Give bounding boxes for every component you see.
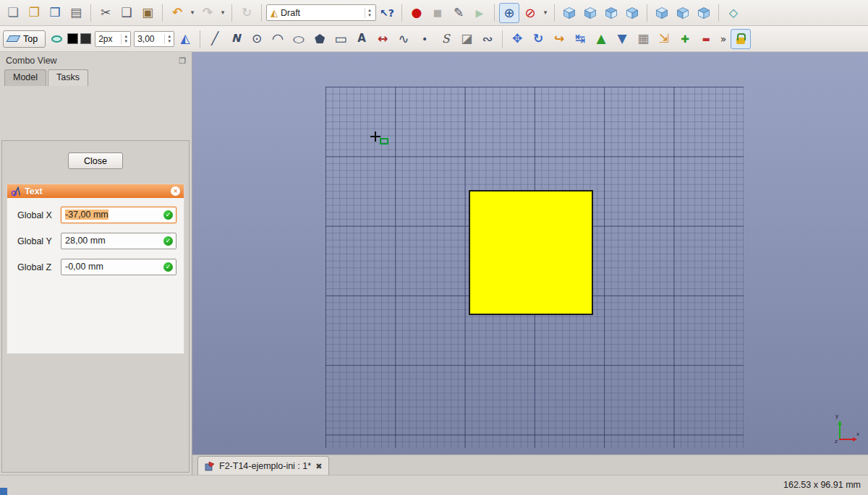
tab-model[interactable]: Model [4,69,46,86]
face-color-swatch[interactable] [80,33,91,44]
working-plane-button[interactable]: Top [3,30,46,48]
global-y-input[interactable]: 28,00 mm ✓ [61,233,176,249]
undo-dropdown-button[interactable]: ▾ [188,3,197,23]
toolbar-separator [200,30,200,48]
whats-this-button[interactable]: ↖? [377,3,397,23]
copy-button[interactable]: ❑ [116,3,137,23]
snap-lock-icon [736,38,745,44]
shapestring-icon: S [442,33,450,45]
stop-icon: ■ [433,8,442,17]
macro-edit-button[interactable]: ✎ [448,3,469,23]
draft-upgrade-button[interactable]: ▲ [591,29,611,49]
tasks-panel: Close Text ✕ Global X -37,00 mm ✓ [1,140,190,473]
draft-rotate-button[interactable]: ↻ [528,29,548,49]
view-axonometric-button[interactable] [559,3,579,23]
resize-corner [0,488,7,495]
crosshair-cursor [370,132,380,142]
draft-del-point-button[interactable]: ▬ [696,29,716,49]
play-icon: ▶ [476,8,484,18]
macro-play-button[interactable]: ▶ [469,3,490,23]
draft-arc-button[interactable]: ◠ [268,29,288,49]
construction-mode-button[interactable]: ◭ [175,29,195,49]
draft-wire-button[interactable]: N [226,29,246,49]
view-right-button[interactable] [622,3,642,23]
draft-shapestring-button[interactable]: S [435,29,456,49]
view-rear-button[interactable] [652,3,672,23]
close-tab-icon[interactable]: ✖ [315,462,322,470]
draft-line-button[interactable]: ╱ [205,29,225,49]
open-folder-icon: ❐ [28,7,39,19]
polygon-icon [315,34,325,43]
line-width-spinbox[interactable]: 2px ▴▾ [95,31,131,47]
rectangle-shape[interactable] [469,190,593,315]
status-bar: 162.53 x 96.91 mm [0,475,868,495]
refresh-button[interactable]: ↻ [237,3,257,23]
view-top-button[interactable] [601,3,621,23]
spin-down-icon: ▾ [168,39,171,44]
draft-polygon-button[interactable] [310,29,330,49]
left-view-cube-icon [697,7,710,20]
draft-bezier-button[interactable]: ∾ [477,29,498,49]
view-bottom-button[interactable] [673,3,693,23]
edit-grid-icon: ▦ [637,33,649,45]
paste-button[interactable]: ▣ [137,3,158,23]
workbench-selector[interactable]: ◭ Draft ▴ ▾ [266,4,376,21]
draft-rectangle-button[interactable]: ▭ [331,29,351,49]
view-left-button[interactable] [694,3,714,23]
line-color-swatch[interactable] [67,33,78,44]
redo-dropdown-button[interactable]: ▾ [218,3,227,23]
snap-lock-button[interactable] [731,29,751,49]
draft-facebinder-button[interactable]: ◪ [456,29,477,49]
cut-button[interactable]: ✂ [95,3,116,23]
redo-button[interactable]: ↷ [197,3,218,23]
draft-downgrade-button[interactable]: ▼ [612,29,632,49]
open-button[interactable]: ❐ [24,3,44,23]
font-size-spinbox[interactable]: 3,00 ▴▾ [134,31,174,47]
dimension-readout: 162.53 x 96.91 mm [783,480,861,490]
task-panel-header[interactable]: Text ✕ [7,184,184,198]
draw-style-dropdown-button[interactable]: ▾ [541,3,550,23]
task-panel-title: Text [25,186,167,197]
toolbar-separator [647,4,647,22]
close-task-button[interactable]: Close [68,152,123,169]
collapse-task-icon[interactable]: ✕ [171,186,180,196]
workbench-spinner[interactable]: ▴ ▾ [365,8,374,18]
draft-trimex-button[interactable]: ↹ [570,29,590,49]
bspline-icon: ∿ [399,33,409,46]
draft-dimension-button[interactable]: ↔ [373,29,393,49]
draft-move-button[interactable]: ✥ [507,29,527,49]
macro-record-button[interactable]: ● [407,3,427,23]
draft-ellipse-button[interactable]: ○ [289,29,309,49]
print-button[interactable]: ▤ [66,3,86,23]
save-button[interactable]: ❒ [45,3,65,23]
draft-scale-button[interactable]: ⇲ [654,29,674,49]
draft-text-button[interactable]: A [352,29,372,49]
new-document-button[interactable]: ❏ [3,3,23,23]
chevron-down-icon: ▾ [544,9,548,16]
3d-viewport[interactable]: y x z [192,52,868,455]
scale-icon: ⇲ [659,33,669,45]
toolbar-separator [502,30,503,48]
draft-add-point-button[interactable]: ✚ [675,29,695,49]
view-front-button[interactable] [580,3,600,23]
document-tab[interactable]: F2-T14-ejemplo-ini : 1* ✖ [197,456,329,475]
undo-button[interactable]: ↶ [167,3,187,23]
line-width-spinner[interactable]: ▴▾ [121,34,130,44]
facebinder-icon: ◪ [461,33,472,45]
tab-tasks[interactable]: Tasks [48,69,88,86]
font-size-spinner[interactable]: ▴▾ [164,34,174,44]
macro-stop-button[interactable]: ■ [427,3,448,23]
float-panel-icon[interactable]: ❐ [179,57,186,65]
draft-edit-button[interactable]: ▦ [633,29,653,49]
draft-point-button[interactable]: • [414,29,435,49]
zoom-fit-button[interactable]: ⊕ [499,3,519,23]
measure-button[interactable]: ◇ [723,3,744,23]
draft-offset-button[interactable]: ↪ [549,29,569,49]
draw-style-button[interactable]: ⊘ [520,3,540,23]
draft-circle-button[interactable]: ⊙ [247,29,267,49]
draft-bspline-button[interactable]: ∿ [393,29,414,49]
global-x-input[interactable]: -37,00 mm ✓ [61,207,176,223]
global-z-input[interactable]: -0,00 mm ✓ [61,259,176,275]
toolbar-overflow-button[interactable]: » [717,29,730,49]
autogroup-button[interactable] [46,29,67,49]
